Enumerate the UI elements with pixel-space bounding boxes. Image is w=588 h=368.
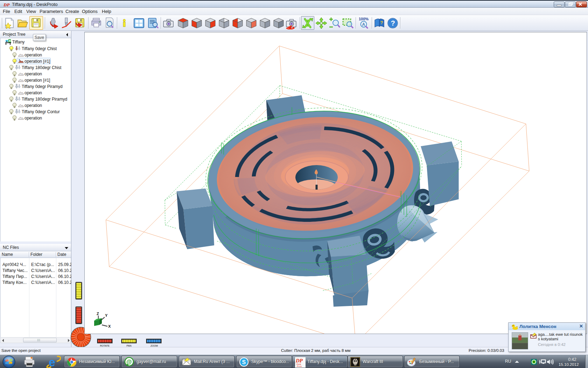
svg-text:S: S	[242, 359, 246, 365]
svg-text:DP: DP	[4, 2, 10, 7]
svg-text:Z: Z	[97, 312, 99, 316]
svg-text:100%: 100%	[359, 17, 369, 21]
svg-text:e: e	[49, 356, 55, 368]
svg-text:Y: Y	[105, 313, 108, 318]
svg-text:?: ?	[391, 19, 395, 27]
svg-text:X: X	[108, 324, 111, 328]
svg-text:A: A	[362, 22, 365, 27]
svg-text:?: ?	[380, 20, 383, 25]
svg-text:@: @	[126, 359, 132, 365]
svg-text:Proto: Proto	[296, 365, 302, 367]
